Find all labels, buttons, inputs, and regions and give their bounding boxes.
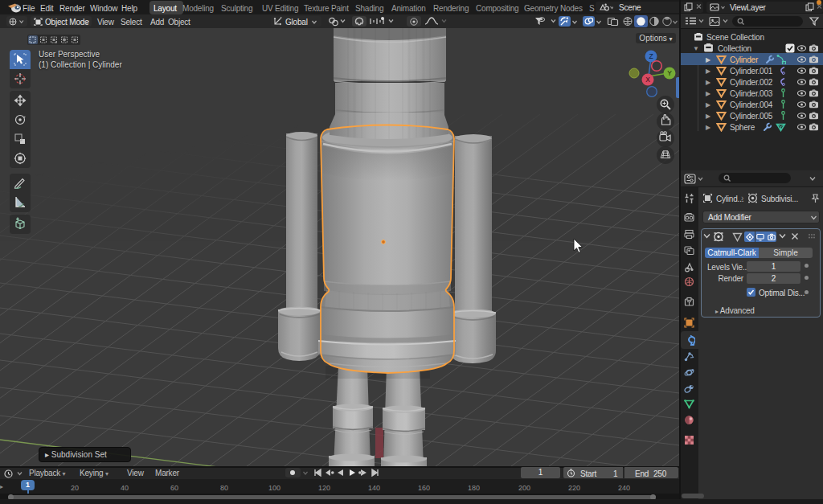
svg-text:X: X	[645, 76, 650, 84]
svg-text:Z: Z	[649, 52, 653, 60]
svg-text:Y: Y	[667, 69, 672, 77]
